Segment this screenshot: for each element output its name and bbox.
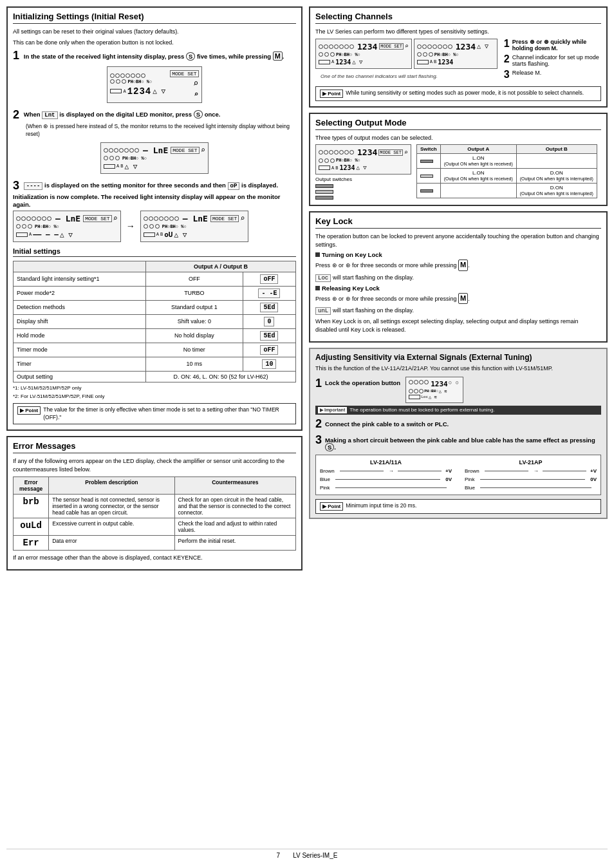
arrow-between-monitors: → [126,211,135,242]
key-lock-title: Key Lock [315,216,601,229]
step2-display: — LnE MODE SET ⌕ PH○BH○ %○ A [13,142,296,174]
ext-tuning-intro: This is the function of the LV-11A/21A/2… [315,364,601,373]
channel-sub-note: One of the two channel indicators will s… [321,73,498,79]
ext-step1-text: Lock the operation button [325,379,400,386]
step3-num: 3 [13,179,19,192]
switch1-img [315,184,333,188]
output-mode-row3: D.ON(Output ON when light is interrupted… [416,184,597,198]
wire-line-blue-r [480,487,591,488]
channel-step2-text: Channel indicator for set up mode starts… [512,54,601,67]
ext-step3: 3 Making a short circuit between the pin… [315,433,601,451]
output-mode-section: Selecting Output Mode Three types of out… [309,113,608,207]
release-keylock: Releasing Key Lock Press ⊛ or ⊛ for thre… [315,285,601,315]
wiring-left-title: LV-21A/11A [320,459,452,466]
bullet-icon2 [315,286,320,290]
key-lock-intro: The operation button can be locked to pr… [315,232,601,249]
release-title: Releasing Key Lock [315,285,601,292]
row-value: Shift value: 0 [145,314,243,328]
footnote2: *2: For LV-51M/52/51MP/52P, FINE only [13,393,296,399]
row-seg: 0 [243,314,295,328]
important-text: The operation button must be locked to p… [349,407,494,413]
init-intro1: All settings can be reset to their origi… [13,28,296,36]
error-problem-brb: The sensor head is not connected, sensor… [49,494,174,518]
error-counter-err: Perform the initial reset. [174,535,295,550]
step2-num: 2 [13,108,19,121]
switch-row3 [315,196,411,200]
step3-text: ---- is displayed on the setting monitor… [13,182,280,208]
problem-col-header: Problem description [49,476,174,494]
error-problem-err: Data error [49,535,174,550]
external-tuning-section: Adjusting Sensitivity via External Signa… [309,348,608,519]
channel-step3-text: Release M. [512,70,542,76]
counter-col-header: Countermeasures [174,476,295,494]
switch-val2 [416,169,440,184]
step3-monitor2: — LnE MODE SET ⌕ PH○BH○ %○ A [140,211,248,242]
table-row: Power mode*2 TURBO - -E [14,286,296,300]
selecting-channels-section: Selecting Channels The LV Series can per… [309,6,608,108]
table-row: Output setting D. ON: 46, L. ON: 50 (52 … [14,371,296,382]
table-row: Detection methods Standard output 1 5Ed [14,300,296,314]
ext-step2: 2 Connect the pink cable to a switch or … [315,417,601,431]
page: Initializing Settings (Initial Reset) Al… [0,0,614,868]
initial-settings-title: Initial settings [13,247,296,257]
channels-point-label: ▶ Point [320,90,343,98]
wiring-row: LV-21A/11A Brown → +V Bl [320,459,597,491]
channel-step3: 3 Release M. [504,70,601,80]
channels-steps: 1 Press ⊛ or ⊛ quickly while holding dow… [504,39,601,82]
bullet-icon [315,252,320,257]
channels-point-box: ▶ Point While tuning sensitivity or sett… [315,86,601,101]
switch-row1 [315,184,411,188]
output-mode-col-b: Output B [516,145,597,154]
wiring-right-title: LV-21AP [465,459,597,466]
channel-monitor-bottom: 1234 △ ▽ PH○BH○ %○ A B 123 [414,39,498,69]
row-setting: Standard light intensity setting*1 [14,272,146,286]
row-seg: oFF [243,343,295,357]
step2-note: (When ⊛ is pressed here instead of S, th… [26,123,296,138]
output-mode-col-a: Output A [440,145,516,154]
output-a-val3 [440,184,516,198]
step1-display: PH○BH○ %○ A 1234 △ ▽ [13,66,296,103]
footnote1: *1: LV-51M/52/51MP/52P only [13,385,296,391]
turn-on-seg-line: Loc will start flashing on the display. [315,274,601,282]
point-text: The value for the timer is only effectiv… [43,406,292,422]
table-col1-header [14,261,146,272]
row-seg: 5Ed [243,300,295,314]
channel-monitor-top: 1234 MODE SET ⌕ PH○BH○ %○ A [315,39,412,69]
turn-on-title: Turning on Key Lock [315,251,601,258]
footer-series: LV Series-IM_E [293,852,337,859]
ext-point-text: Minimum input time is 20 ms. [346,502,416,510]
error-counter-ouLd: Check the load and adjust to within rate… [174,518,295,535]
channels-step-row: 1234 MODE SET ⌕ PH○BH○ %○ A [315,39,601,82]
left-column: Initializing Settings (Initial Reset) Al… [6,6,302,844]
output-mode-monitor: 1234 MODE SET ⌕ PH○BH○ %○ A [315,144,411,175]
table-row: Display shift Shift value: 0 0 [14,314,296,328]
release-seg-line: unL will start flashing on the display. [315,307,601,315]
ext-point-box: ▶ Point Minimum input time is 20 ms. [315,499,601,514]
row-setting: Detection methods [14,300,146,314]
row-seg: oFF [243,272,295,286]
ext-step3-num: 3 [315,433,322,447]
output-b-val3: D.ON(Output ON when light is interrupted… [516,184,597,198]
ext-step1-monitor: 1234 ○ ○ PH○BH○ △ ≋ Loc △ ≋ [405,377,463,403]
row-value: Standard output 1 [145,300,243,314]
row-setting: Output setting [14,371,146,382]
ext-step2-text: Connect the pink cable to a switch or PL… [325,420,449,428]
row-setting: Hold mode [14,328,146,343]
error-code-brb: brb [14,494,49,518]
step2-text: When Lnt is displayed on the digital LED… [24,111,221,118]
init-reset-title: Initializing Settings (Initial Reset) [13,12,296,24]
step1-text: In the state of the received light inten… [24,53,284,60]
important-label: ▶ Important [318,407,347,413]
wire-pink-right: Pink 0V [465,476,597,482]
step1-num: 1 [13,49,19,62]
key-lock-when-on: When Key Lock is on, all settings except… [315,317,601,334]
wire-line-blue [335,479,440,480]
wire-line-brown [340,471,384,471]
output-mode-row1: L.ON(Output ON when light is received) [416,154,597,169]
table-col2-header: Output A / Output B [145,261,295,272]
channel-step3-num: 3 [504,70,510,80]
error-counter-brb: Check for an open circuit in the head ca… [174,494,295,518]
initial-settings-table: Output A / Output B Standard light inten… [13,261,296,382]
channel-step2-num: 2 [504,54,510,64]
point-box: ▶ Point The value for the timer is only … [13,403,296,425]
